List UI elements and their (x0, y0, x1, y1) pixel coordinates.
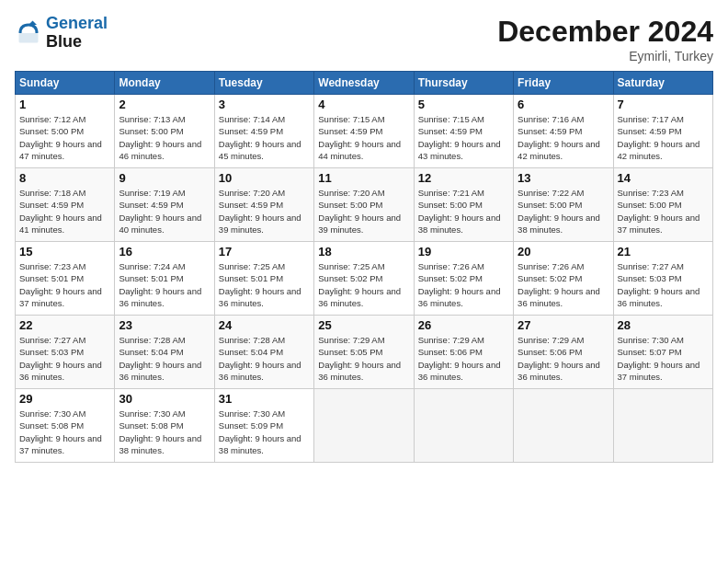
day-number: 9 (119, 171, 210, 185)
calendar-cell: 26Sunrise: 7:29 AM Sunset: 5:06 PM Dayli… (414, 316, 513, 389)
day-info: Sunrise: 7:13 AM Sunset: 5:00 PM Dayligh… (119, 113, 210, 162)
calendar-cell: 18Sunrise: 7:25 AM Sunset: 5:02 PM Dayli… (314, 242, 414, 316)
calendar-cell: 24Sunrise: 7:28 AM Sunset: 5:04 PM Dayli… (214, 316, 313, 389)
calendar-cell: 5Sunrise: 7:15 AM Sunset: 4:59 PM Daylig… (414, 95, 513, 168)
day-info: Sunrise: 7:30 AM Sunset: 5:07 PM Dayligh… (618, 334, 709, 383)
month-title: December 2024 (497, 15, 713, 49)
day-number: 8 (19, 171, 110, 185)
logo-icon (15, 19, 42, 47)
day-number: 15 (19, 245, 110, 259)
day-info: Sunrise: 7:15 AM Sunset: 4:59 PM Dayligh… (318, 113, 409, 162)
day-info: Sunrise: 7:27 AM Sunset: 5:03 PM Dayligh… (19, 334, 110, 383)
weekday-header-sunday: Sunday (16, 72, 115, 95)
calendar-week-4: 22Sunrise: 7:27 AM Sunset: 5:03 PM Dayli… (16, 316, 713, 389)
day-number: 22 (19, 318, 110, 332)
calendar-cell: 21Sunrise: 7:27 AM Sunset: 5:03 PM Dayli… (613, 242, 712, 316)
calendar-cell: 30Sunrise: 7:30 AM Sunset: 5:08 PM Dayli… (115, 389, 214, 463)
calendar-week-1: 1Sunrise: 7:12 AM Sunset: 5:00 PM Daylig… (16, 95, 713, 168)
calendar-cell (514, 389, 613, 463)
day-number: 31 (219, 392, 310, 406)
calendar-cell: 25Sunrise: 7:29 AM Sunset: 5:05 PM Dayli… (314, 316, 414, 389)
day-info: Sunrise: 7:28 AM Sunset: 5:04 PM Dayligh… (119, 334, 210, 383)
day-info: Sunrise: 7:17 AM Sunset: 4:59 PM Dayligh… (618, 113, 709, 162)
calendar-cell: 13Sunrise: 7:22 AM Sunset: 5:00 PM Dayli… (514, 168, 613, 242)
calendar-cell (613, 389, 712, 463)
day-info: Sunrise: 7:23 AM Sunset: 5:00 PM Dayligh… (618, 187, 709, 236)
svg-rect-0 (19, 33, 39, 43)
day-number: 25 (318, 318, 409, 332)
day-info: Sunrise: 7:29 AM Sunset: 5:06 PM Dayligh… (518, 334, 609, 383)
day-info: Sunrise: 7:29 AM Sunset: 5:05 PM Dayligh… (318, 334, 409, 383)
day-info: Sunrise: 7:25 AM Sunset: 5:01 PM Dayligh… (219, 260, 310, 309)
day-number: 7 (618, 98, 709, 111)
calendar-cell: 12Sunrise: 7:21 AM Sunset: 5:00 PM Dayli… (414, 168, 513, 242)
day-number: 14 (618, 171, 709, 185)
day-info: Sunrise: 7:12 AM Sunset: 5:00 PM Dayligh… (19, 113, 110, 162)
day-number: 30 (119, 392, 210, 406)
calendar-week-2: 8Sunrise: 7:18 AM Sunset: 4:59 PM Daylig… (16, 168, 713, 242)
weekday-header-thursday: Thursday (414, 72, 513, 95)
day-number: 27 (518, 318, 609, 332)
day-number: 29 (19, 392, 110, 406)
day-number: 2 (119, 98, 210, 111)
day-info: Sunrise: 7:15 AM Sunset: 4:59 PM Dayligh… (418, 113, 509, 162)
calendar-week-5: 29Sunrise: 7:30 AM Sunset: 5:08 PM Dayli… (16, 389, 713, 463)
day-number: 13 (518, 171, 609, 185)
calendar-cell: 7Sunrise: 7:17 AM Sunset: 4:59 PM Daylig… (613, 95, 712, 168)
weekday-header-saturday: Saturday (613, 72, 712, 95)
calendar-cell (314, 389, 414, 463)
day-info: Sunrise: 7:24 AM Sunset: 5:01 PM Dayligh… (119, 260, 210, 309)
calendar-cell: 19Sunrise: 7:26 AM Sunset: 5:02 PM Dayli… (414, 242, 513, 316)
day-number: 10 (219, 171, 310, 185)
weekday-header-wednesday: Wednesday (314, 72, 414, 95)
day-info: Sunrise: 7:23 AM Sunset: 5:01 PM Dayligh… (19, 260, 110, 309)
weekday-header-friday: Friday (514, 72, 613, 95)
calendar-cell: 10Sunrise: 7:20 AM Sunset: 4:59 PM Dayli… (214, 168, 313, 242)
calendar-cell: 16Sunrise: 7:24 AM Sunset: 5:01 PM Dayli… (115, 242, 214, 316)
logo-text: General Blue (46, 15, 108, 52)
day-info: Sunrise: 7:26 AM Sunset: 5:02 PM Dayligh… (418, 260, 509, 309)
day-info: Sunrise: 7:22 AM Sunset: 5:00 PM Dayligh… (518, 187, 609, 236)
day-info: Sunrise: 7:21 AM Sunset: 5:00 PM Dayligh… (418, 187, 509, 236)
calendar-cell: 15Sunrise: 7:23 AM Sunset: 5:01 PM Dayli… (16, 242, 115, 316)
day-info: Sunrise: 7:16 AM Sunset: 4:59 PM Dayligh… (518, 113, 609, 162)
title-block: December 2024 Eymirli, Turkey (497, 15, 713, 63)
calendar-cell (414, 389, 513, 463)
day-info: Sunrise: 7:20 AM Sunset: 5:00 PM Dayligh… (318, 187, 409, 236)
calendar-cell: 9Sunrise: 7:19 AM Sunset: 4:59 PM Daylig… (115, 168, 214, 242)
calendar-cell: 29Sunrise: 7:30 AM Sunset: 5:08 PM Dayli… (16, 389, 115, 463)
calendar-cell: 14Sunrise: 7:23 AM Sunset: 5:00 PM Dayli… (613, 168, 712, 242)
day-info: Sunrise: 7:26 AM Sunset: 5:02 PM Dayligh… (518, 260, 609, 309)
day-info: Sunrise: 7:20 AM Sunset: 4:59 PM Dayligh… (219, 187, 310, 236)
day-number: 23 (119, 318, 210, 332)
day-number: 21 (618, 245, 709, 259)
calendar-cell: 17Sunrise: 7:25 AM Sunset: 5:01 PM Dayli… (214, 242, 313, 316)
weekday-header-tuesday: Tuesday (214, 72, 313, 95)
day-number: 18 (318, 245, 409, 259)
day-number: 5 (418, 98, 509, 111)
day-info: Sunrise: 7:14 AM Sunset: 4:59 PM Dayligh… (219, 113, 310, 162)
calendar-cell: 1Sunrise: 7:12 AM Sunset: 5:00 PM Daylig… (16, 95, 115, 168)
calendar-cell: 6Sunrise: 7:16 AM Sunset: 4:59 PM Daylig… (514, 95, 613, 168)
day-number: 1 (19, 98, 110, 111)
calendar-cell: 8Sunrise: 7:18 AM Sunset: 4:59 PM Daylig… (16, 168, 115, 242)
day-info: Sunrise: 7:19 AM Sunset: 4:59 PM Dayligh… (119, 187, 210, 236)
calendar-body: 1Sunrise: 7:12 AM Sunset: 5:00 PM Daylig… (16, 95, 713, 463)
calendar-cell: 4Sunrise: 7:15 AM Sunset: 4:59 PM Daylig… (314, 95, 414, 168)
day-number: 3 (219, 98, 310, 111)
day-number: 4 (318, 98, 409, 111)
day-number: 11 (318, 171, 409, 185)
day-number: 16 (119, 245, 210, 259)
calendar-cell: 23Sunrise: 7:28 AM Sunset: 5:04 PM Dayli… (115, 316, 214, 389)
location-subtitle: Eymirli, Turkey (497, 49, 713, 63)
day-number: 12 (418, 171, 509, 185)
weekday-header-monday: Monday (115, 72, 214, 95)
calendar-table: SundayMondayTuesdayWednesdayThursdayFrid… (15, 71, 713, 463)
day-info: Sunrise: 7:30 AM Sunset: 5:08 PM Dayligh… (19, 408, 110, 456)
calendar-cell: 31Sunrise: 7:30 AM Sunset: 5:09 PM Dayli… (214, 389, 313, 463)
calendar-cell: 28Sunrise: 7:30 AM Sunset: 5:07 PM Dayli… (613, 316, 712, 389)
day-number: 24 (219, 318, 310, 332)
logo: General Blue (15, 15, 108, 52)
calendar-cell: 22Sunrise: 7:27 AM Sunset: 5:03 PM Dayli… (16, 316, 115, 389)
day-info: Sunrise: 7:30 AM Sunset: 5:08 PM Dayligh… (119, 408, 210, 456)
